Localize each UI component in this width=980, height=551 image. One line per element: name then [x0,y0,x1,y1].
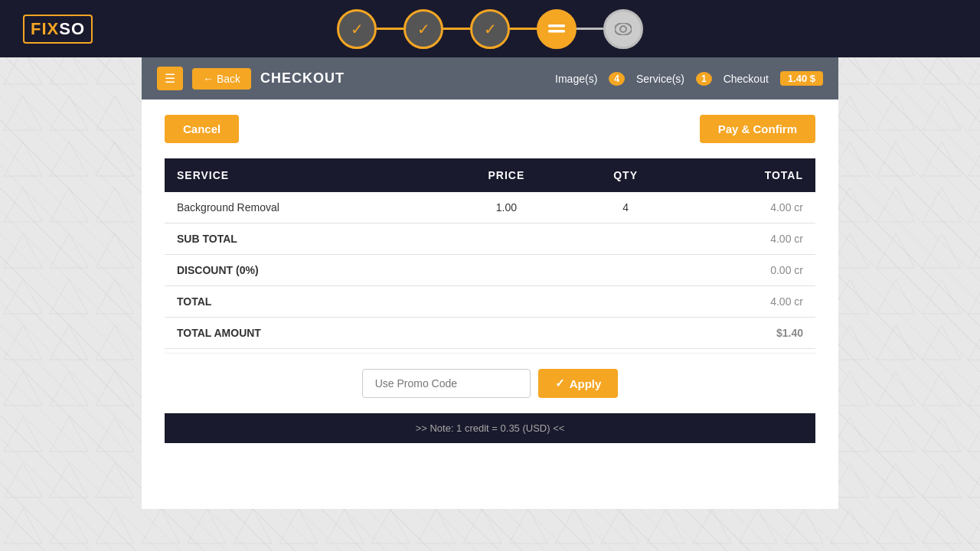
total-amount-label: TOTAL AMOUNT [165,318,678,349]
services-badge: 1 [696,72,712,86]
checkout-header: ☰ ← Back CHECKOUT Image(s) 4 Service(s) … [142,57,838,99]
discount-value: 0.00 cr [678,255,815,286]
discount-row: DISCOUNT (0%) 0.00 cr [165,255,815,286]
subtotal-row: SUB TOTAL 4.00 cr [165,223,815,255]
step-5[interactable] [603,9,643,49]
service-qty: 4 [573,192,678,223]
top-navigation: FIXSO ✓ ✓ ✓ [0,0,980,57]
subtotal-label: SUB TOTAL [165,223,678,255]
apply-button[interactable]: ✓ Apply [538,369,619,398]
logo-fix: FIX [31,19,59,38]
action-row: Cancel Pay & Confirm [165,115,815,143]
services-label: Service(s) [636,73,684,85]
subtotal-value: 4.00 cr [678,223,815,255]
col-price: PRICE [440,158,573,192]
back-button[interactable]: ← Back [192,68,251,90]
promo-code-input[interactable] [362,369,531,398]
total-amount-row: TOTAL AMOUNT $1.40 [165,318,815,349]
order-table: SERVICE PRICE QTY TOTAL Background Remov… [165,158,815,349]
note-text: >> Note: 1 credit = 0.35 (USD) << [416,422,565,434]
connector-2 [443,28,470,30]
main-wrapper: ☰ ← Back CHECKOUT Image(s) 4 Service(s) … [142,57,838,509]
service-total: 4.00 cr [678,192,815,223]
connector-4 [577,28,603,30]
step-3[interactable]: ✓ [470,9,510,49]
images-badge: 4 [609,72,625,86]
total-row: TOTAL 4.00 cr [165,286,815,318]
promo-section: ✓ Apply [165,353,815,406]
col-service: SERVICE [165,158,440,192]
svg-point-2 [615,23,632,35]
logo: FIXSO [23,15,93,44]
table-header-row: SERVICE PRICE QTY TOTAL [165,158,815,192]
checkout-header-left: ☰ ← Back CHECKOUT [157,67,345,90]
checkout-title: CHECKOUT [260,70,345,86]
menu-button[interactable]: ☰ [157,67,183,90]
service-price: 1.00 [440,192,573,223]
checkout-header-right: Image(s) 4 Service(s) 1 Checkout 1.40 $ [555,71,823,86]
pay-confirm-button[interactable]: Pay & Confirm [700,115,815,143]
note-bar: >> Note: 1 credit = 0.35 (USD) << [165,413,815,443]
connector-1 [377,28,403,30]
apply-checkmark-icon: ✓ [555,377,565,390]
step-1[interactable]: ✓ [337,9,377,49]
service-name: Background Removal [165,192,440,223]
checkout-value-badge: 1.40 $ [780,71,823,86]
step-2[interactable]: ✓ [403,9,443,49]
progress-steps: ✓ ✓ ✓ [337,9,643,49]
discount-label: DISCOUNT (0%) [165,255,678,286]
content-area: Cancel Pay & Confirm SERVICE PRICE QTY T… [142,99,838,466]
apply-label: Apply [570,377,602,390]
col-qty: QTY [573,158,678,192]
logo-text: FIXSO [23,15,93,44]
svg-rect-0 [548,24,565,28]
table-row: Background Removal 1.00 4 4.00 cr [165,192,815,223]
total-amount-value: $1.40 [678,318,815,349]
connector-3 [510,28,537,30]
total-value: 4.00 cr [678,286,815,318]
step-4[interactable] [537,9,577,49]
images-label: Image(s) [555,73,597,85]
total-label: TOTAL [165,286,678,318]
svg-rect-1 [548,30,565,33]
svg-point-3 [620,26,626,32]
cancel-button[interactable]: Cancel [165,115,239,143]
col-total: TOTAL [678,158,815,192]
checkout-label: Checkout [724,73,769,85]
logo-so: SO [59,19,85,38]
